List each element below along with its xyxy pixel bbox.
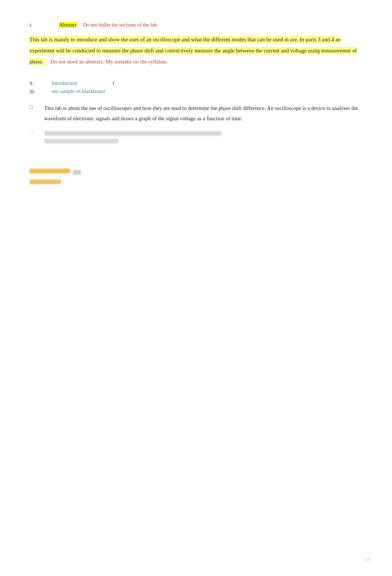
bullet-char-1: □ [30,103,44,110]
toc-row-introduction: ii. Introduction 1 [30,80,362,86]
abstract-header-row: i. Abstract Do not bullet the sections o… [30,22,362,28]
abstract-body-block: This lab is mainly to introduce and show… [30,34,362,67]
blurred-line-1 [44,131,221,136]
toc-label-introduction: Introduction [52,80,111,86]
toc-page-introduction: 1 [112,80,115,86]
toc-label-sample: see sample on blackboard [52,89,111,94]
bullet-text-2-blurred [44,131,221,146]
blurred-line-2 [44,139,118,144]
abstract-red-comment: Do not need an abstract. My mistake on t… [51,59,168,65]
bullet-section: □ This lab is about the use of oscillosc… [30,103,362,146]
bottom-blurred-section [30,169,362,184]
abstract-section-num: i. [30,22,59,28]
bullet-item-1: □ This lab is about the use of oscillosc… [30,103,362,124]
bullet-item-2-blurred: □ [30,130,362,146]
toc-num-ii: ii. [30,80,52,86]
page-number: 17 [365,557,370,563]
bottom-blurred-equipment [30,179,61,184]
bottom-blurred-number [73,170,81,175]
abstract-comment: Do not bullet the sections of the lab. [83,22,158,28]
abstract-section-content: Abstract Do not bullet the sections of t… [59,22,158,28]
toc-row-sample: iii. see sample on blackboard [30,89,362,94]
bullet-text-1: This lab is about the use of oscilloscop… [44,103,362,124]
bullet-char-2: □ [30,130,44,136]
toc-section: ii. Introduction 1 iii. see sample on bl… [30,80,362,94]
toc-num-iii: iii. [30,89,52,94]
page: i. Abstract Do not bullet the sections o… [0,0,392,576]
bottom-blurred-methods [30,169,70,173]
abstract-keyword: Abstract [59,22,76,28]
